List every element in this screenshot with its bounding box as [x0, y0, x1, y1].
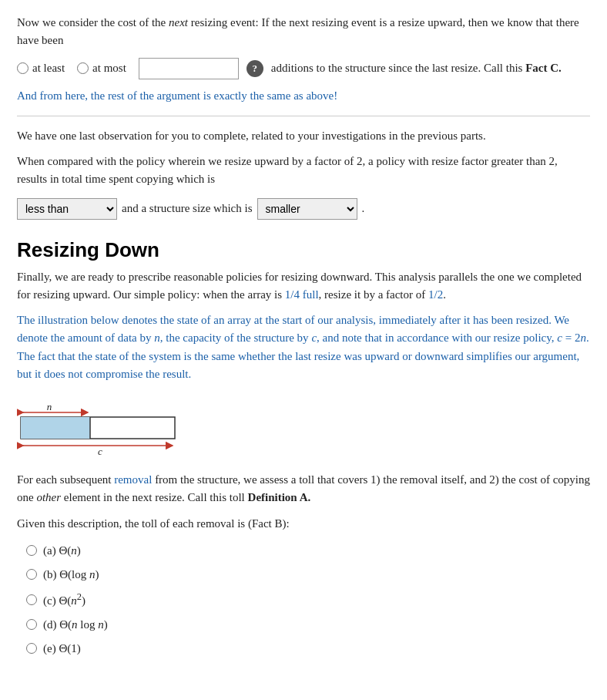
fact-c-description: additions to the structure since the las… [271, 62, 562, 75]
intro-paragraph: Now we consider the cost of the next res… [17, 14, 590, 50]
other-italic: other [36, 491, 61, 503]
resizing-down-p1: Finally, we are ready to prescribe reaso… [17, 268, 590, 305]
option-e-label: (e) Θ(1) [43, 638, 81, 659]
mc-options-list: (a) Θ(n) (b) Θ(log n) (c) Θ(n2) (d) Θ(n … [26, 540, 590, 659]
toll-paragraph: Given this description, the toll of each… [17, 515, 590, 533]
and-from-here: And from here, the rest of the argument … [17, 87, 590, 105]
option-b: (b) Θ(log n) [26, 564, 590, 585]
divider-1 [17, 116, 590, 116]
option-d-radio[interactable] [26, 619, 37, 630]
atmost-radio[interactable] [77, 62, 89, 74]
svg-rect-1 [21, 417, 90, 439]
option-a-label: (a) Θ(n) [43, 540, 81, 561]
array-svg: n c [17, 402, 183, 457]
period: . [362, 202, 365, 215]
help-icon[interactable]: ? [246, 60, 263, 77]
definition-a-bold: Definition A. [248, 491, 311, 503]
option-c: (c) Θ(n2) [26, 588, 590, 611]
dropdown-row: less than equal to greater than and a st… [17, 198, 590, 220]
option-b-radio[interactable] [26, 569, 37, 580]
observation-paragraph: We have one last observation for you to … [17, 127, 590, 145]
fact-c-radio-row: at least at most ? additions to the stru… [17, 58, 590, 79]
dropdown-2[interactable]: smaller the same larger [257, 198, 357, 220]
option-c-label: (c) Θ(n2) [43, 588, 86, 611]
and-structure-text: and a structure size which is [122, 202, 253, 215]
option-a: (a) Θ(n) [26, 540, 590, 561]
resizing-down-p2: The illustration below denotes the state… [17, 311, 590, 383]
atleast-option[interactable]: at least [17, 62, 65, 75]
compared-paragraph: When compared with the policy wherein we… [17, 153, 590, 189]
atleast-radio[interactable] [17, 62, 29, 74]
atmost-label: at most [92, 62, 126, 75]
option-b-label: (b) Θ(log n) [43, 564, 99, 585]
fact-c-bold: Fact C. [525, 62, 562, 74]
svg-text:c: c [98, 446, 102, 457]
resizing-down-section: Finally, we are ready to prescribe reaso… [17, 268, 590, 659]
option-d: (d) Θ(n log n) [26, 614, 590, 635]
option-e-radio[interactable] [26, 643, 37, 654]
next-italic: next [169, 16, 188, 29]
removal-paragraph: For each subsequent removal from the str… [17, 471, 590, 507]
dropdown-1[interactable]: less than equal to greater than [17, 198, 117, 220]
atleast-label: at least [32, 62, 65, 75]
array-diagram: n c [17, 402, 183, 457]
option-c-radio[interactable] [26, 594, 37, 605]
option-e: (e) Θ(1) [26, 638, 590, 659]
atmost-option[interactable]: at most [77, 62, 126, 75]
option-d-label: (d) Θ(n log n) [43, 614, 108, 635]
svg-text:n: n [47, 402, 52, 412]
option-a-radio[interactable] [26, 545, 37, 556]
intro-section: Now we consider the cost of the next res… [17, 14, 590, 105]
fact-c-text-input[interactable] [139, 58, 239, 79]
resizing-down-heading: Resizing Down [17, 238, 590, 262]
observation-section: We have one last observation for you to … [17, 127, 590, 220]
